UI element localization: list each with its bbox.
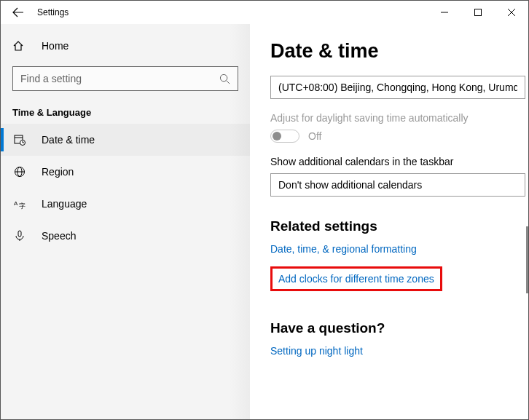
content-pane: Date & time (UTC+08:00) Beijing, Chongqi… [250,24,528,419]
link-night-light[interactable]: Setting up night light [270,345,528,357]
dst-toggle [270,130,299,143]
svg-line-5 [227,80,230,83]
home-nav[interactable]: Home [1,34,250,58]
nav-label: Date & time [42,134,95,146]
arrow-left-icon [12,7,24,18]
question-heading: Have a question? [270,320,528,336]
home-label: Home [42,40,68,52]
highlight-box: Add clocks for different time zones [270,266,442,291]
dst-state: Off [308,130,321,142]
calendars-value: Don't show additional calendars [278,179,422,191]
language-icon: A字 [12,198,27,210]
sidebar-item-speech[interactable]: Speech [1,220,250,252]
search-icon [219,74,230,84]
sidebar-item-region[interactable]: Region [1,156,250,188]
svg-text:A: A [14,200,18,207]
timezone-value: (UTC+08:00) Beijing, Chongqing, Hong Kon… [278,82,517,93]
sidebar-item-date-time[interactable]: Date & time [1,124,250,156]
nav-label: Language [42,198,87,210]
svg-point-4 [220,74,227,81]
calendars-dropdown[interactable]: Don't show additional calendars [270,173,525,197]
globe-icon [12,166,27,178]
titlebar: Settings [1,1,528,24]
calendars-label: Show additional calendars in the taskbar [270,156,528,167]
search-placeholder: Find a setting [20,73,82,84]
section-header: Time & Language [12,107,250,118]
minimize-icon [441,9,448,16]
home-icon [12,40,27,52]
calendar-clock-icon [12,134,27,146]
link-regional-formatting[interactable]: Date, time, & regional formatting [270,243,528,255]
microphone-icon [12,230,27,242]
nav-label: Speech [42,230,76,242]
search-input[interactable]: Find a setting [12,66,238,91]
sidebar-item-language[interactable]: A字 Language [1,188,250,220]
back-button[interactable] [9,7,27,18]
dst-label: Adjust for daylight saving time automati… [270,112,528,124]
related-settings-heading: Related settings [270,218,528,234]
maximize-button[interactable] [461,1,495,24]
timezone-dropdown[interactable]: (UTC+08:00) Beijing, Chongqing, Hong Kon… [270,76,525,99]
svg-rect-1 [475,9,482,16]
svg-text:字: 字 [19,202,26,210]
nav-label: Region [42,166,74,178]
minimize-button[interactable] [428,1,461,24]
sidebar: Home Find a setting Time & Language Date… [1,24,250,419]
window-title: Settings [37,7,68,17]
close-icon [508,9,515,16]
close-button[interactable] [495,1,528,24]
page-title: Date & time [270,40,528,63]
scrollbar[interactable] [526,226,528,293]
svg-rect-16 [18,231,21,237]
maximize-icon [474,9,482,16]
link-add-clocks[interactable]: Add clocks for different time zones [278,273,434,285]
